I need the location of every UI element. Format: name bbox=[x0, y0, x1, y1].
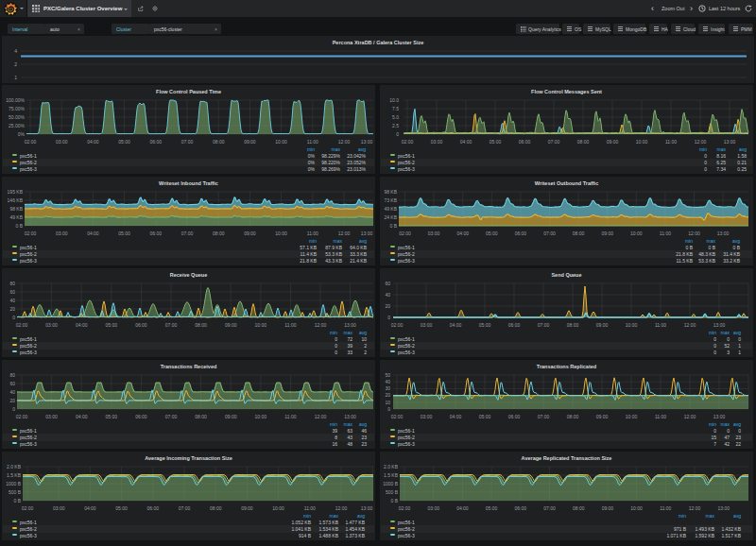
svg-text:0: 0 bbox=[387, 406, 390, 412]
svg-text:75.00%: 75.00% bbox=[9, 106, 26, 111]
svg-text:0%: 0% bbox=[18, 131, 26, 137]
svg-text:2.0 KB: 2.0 KB bbox=[384, 464, 399, 469]
svg-text:02:00: 02:00 bbox=[391, 322, 404, 328]
svg-text:2.0 KB: 2.0 KB bbox=[7, 464, 22, 469]
svg-text:11:00: 11:00 bbox=[284, 414, 296, 419]
svg-text:0 B: 0 B bbox=[15, 223, 23, 229]
svg-text:02:00: 02:00 bbox=[25, 230, 37, 236]
svg-text:11:00: 11:00 bbox=[660, 505, 671, 511]
svg-text:04:00: 04:00 bbox=[87, 230, 99, 236]
svg-text:05:00: 05:00 bbox=[118, 139, 130, 145]
svg-text:09:00: 09:00 bbox=[601, 230, 613, 236]
svg-text:03:00: 03:00 bbox=[421, 322, 433, 328]
svg-text:0 B: 0 B bbox=[13, 498, 21, 503]
svg-text:12:00: 12:00 bbox=[684, 322, 696, 328]
svg-text:07:00: 07:00 bbox=[179, 505, 191, 511]
svg-text:03:00: 03:00 bbox=[53, 505, 65, 511]
svg-text:10:00: 10:00 bbox=[636, 139, 648, 145]
svg-text:09:00: 09:00 bbox=[596, 414, 609, 419]
svg-text:05:00: 05:00 bbox=[490, 139, 502, 145]
svg-text:60: 60 bbox=[385, 281, 390, 286]
svg-text:09:00: 09:00 bbox=[596, 322, 609, 328]
svg-text:08:00: 08:00 bbox=[573, 230, 585, 236]
svg-text:05:00: 05:00 bbox=[486, 505, 498, 511]
svg-text:04:00: 04:00 bbox=[76, 322, 88, 328]
svg-text:10:00: 10:00 bbox=[630, 230, 643, 236]
svg-text:500 B: 500 B bbox=[9, 489, 22, 495]
svg-text:60: 60 bbox=[9, 289, 15, 295]
svg-text:11:00: 11:00 bbox=[307, 230, 318, 236]
svg-text:07:00: 07:00 bbox=[543, 230, 556, 236]
svg-text:13:00: 13:00 bbox=[361, 139, 373, 145]
svg-text:13:00: 13:00 bbox=[344, 322, 356, 328]
svg-text:49 KB: 49 KB bbox=[9, 214, 23, 220]
svg-text:60: 60 bbox=[9, 381, 15, 386]
svg-text:30: 30 bbox=[385, 385, 390, 391]
svg-text:04:00: 04:00 bbox=[450, 322, 462, 328]
svg-text:0 B: 0 B bbox=[390, 498, 398, 503]
svg-text:0 B: 0 B bbox=[389, 223, 397, 229]
svg-text:09:00: 09:00 bbox=[244, 230, 256, 236]
svg-text:2.5: 2.5 bbox=[392, 123, 399, 128]
svg-text:06:00: 06:00 bbox=[515, 230, 527, 236]
svg-text:146 KB: 146 KB bbox=[8, 197, 24, 203]
svg-text:0: 0 bbox=[396, 131, 399, 137]
svg-text:03:00: 03:00 bbox=[431, 139, 443, 145]
svg-text:50.00%: 50.00% bbox=[9, 114, 26, 120]
svg-text:07:00: 07:00 bbox=[181, 139, 194, 145]
svg-text:10:00: 10:00 bbox=[626, 414, 638, 419]
svg-text:10:00: 10:00 bbox=[255, 322, 267, 328]
svg-text:12:00: 12:00 bbox=[688, 230, 700, 236]
svg-text:09:00: 09:00 bbox=[225, 414, 237, 419]
svg-text:0: 0 bbox=[12, 315, 15, 320]
svg-text:1: 1 bbox=[14, 75, 17, 80]
svg-text:40: 40 bbox=[9, 298, 15, 303]
svg-text:02:00: 02:00 bbox=[399, 505, 411, 511]
svg-text:08:00: 08:00 bbox=[577, 139, 590, 145]
svg-text:05:00: 05:00 bbox=[479, 414, 491, 419]
svg-text:05:00: 05:00 bbox=[115, 505, 128, 511]
svg-text:06:00: 06:00 bbox=[508, 414, 521, 419]
svg-text:03:00: 03:00 bbox=[428, 230, 440, 236]
svg-text:08:00: 08:00 bbox=[213, 139, 225, 145]
svg-text:05:00: 05:00 bbox=[486, 230, 498, 236]
svg-text:12:00: 12:00 bbox=[315, 322, 327, 328]
svg-text:12:00: 12:00 bbox=[689, 505, 701, 511]
svg-text:98 KB: 98 KB bbox=[384, 189, 397, 195]
svg-text:06:00: 06:00 bbox=[150, 230, 163, 236]
svg-text:04:00: 04:00 bbox=[76, 414, 88, 419]
svg-text:06:00: 06:00 bbox=[147, 505, 160, 511]
svg-text:08:00: 08:00 bbox=[210, 505, 222, 511]
svg-text:03:00: 03:00 bbox=[45, 414, 58, 419]
svg-text:07:00: 07:00 bbox=[165, 414, 178, 419]
svg-text:10: 10 bbox=[385, 400, 390, 405]
svg-text:40: 40 bbox=[385, 292, 390, 298]
svg-text:04:00: 04:00 bbox=[456, 230, 469, 236]
svg-text:02:00: 02:00 bbox=[399, 230, 411, 236]
svg-text:07:00: 07:00 bbox=[181, 230, 194, 236]
svg-text:0: 0 bbox=[387, 315, 390, 320]
svg-text:24 KB: 24 KB bbox=[384, 214, 397, 220]
svg-text:07:00: 07:00 bbox=[165, 322, 178, 328]
svg-text:13:00: 13:00 bbox=[713, 414, 726, 419]
svg-text:04:00: 04:00 bbox=[460, 139, 472, 145]
svg-text:03:00: 03:00 bbox=[421, 414, 433, 419]
svg-text:12:00: 12:00 bbox=[695, 139, 707, 145]
svg-text:02:00: 02:00 bbox=[22, 505, 34, 511]
svg-text:03:00: 03:00 bbox=[427, 505, 439, 511]
svg-text:10:00: 10:00 bbox=[275, 230, 287, 236]
svg-text:02:00: 02:00 bbox=[391, 414, 404, 419]
svg-text:06:00: 06:00 bbox=[515, 505, 527, 511]
svg-text:195 KB: 195 KB bbox=[8, 189, 24, 195]
svg-text:12:00: 12:00 bbox=[338, 139, 351, 145]
svg-text:11:00: 11:00 bbox=[660, 230, 671, 236]
svg-text:06:00: 06:00 bbox=[135, 322, 147, 328]
svg-text:11:00: 11:00 bbox=[284, 322, 296, 328]
svg-text:08:00: 08:00 bbox=[213, 230, 225, 236]
svg-text:03:00: 03:00 bbox=[45, 322, 58, 328]
svg-text:98 KB: 98 KB bbox=[9, 206, 23, 212]
svg-text:7.5: 7.5 bbox=[392, 106, 399, 111]
svg-text:50: 50 bbox=[385, 372, 390, 378]
svg-text:80: 80 bbox=[9, 372, 15, 378]
svg-text:04:00: 04:00 bbox=[456, 505, 469, 511]
